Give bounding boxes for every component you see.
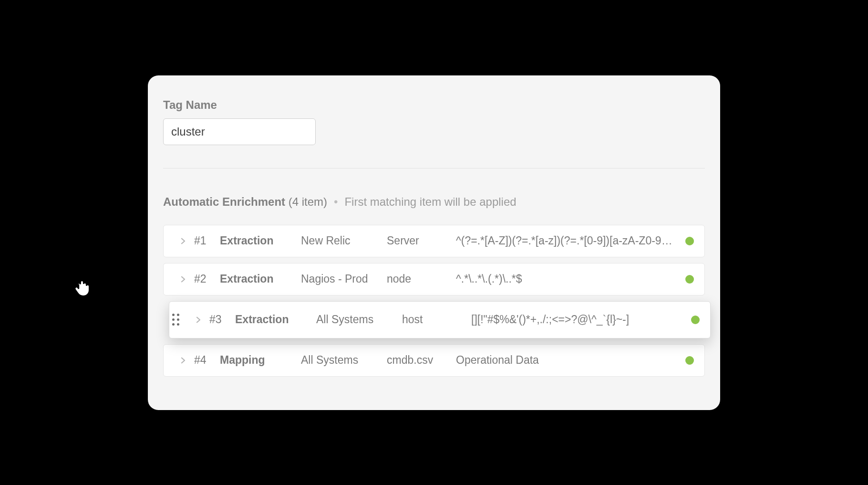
chevron-right-icon[interactable] xyxy=(172,237,194,245)
heading-title: Automatic Enrichment xyxy=(163,195,285,208)
row-source: Nagios - Prod xyxy=(301,273,387,285)
grab-cursor-icon xyxy=(70,272,96,299)
row-number: #2 xyxy=(194,273,220,285)
row-type: Mapping xyxy=(220,354,301,367)
enrichment-heading: Automatic Enrichment (4 item) • First ma… xyxy=(163,195,705,209)
chevron-right-icon[interactable] xyxy=(187,316,209,324)
status-dot-icon xyxy=(691,316,700,324)
row-number: #4 xyxy=(194,354,220,367)
status-dot-icon xyxy=(685,237,694,245)
heading-count: (4 item) xyxy=(289,195,327,208)
row-field: host xyxy=(402,313,471,326)
enrichment-row[interactable]: #2ExtractionNagios - Prodnode^.*\..*\.(.… xyxy=(163,263,705,295)
row-field: node xyxy=(387,273,456,285)
enrichment-row[interactable]: #1ExtractionNew RelicServer^(?=.*[A-Z])(… xyxy=(163,225,705,257)
heading-separator: • xyxy=(334,195,338,209)
row-field: Server xyxy=(387,234,456,247)
drag-handle-icon[interactable] xyxy=(172,314,180,326)
row-type: Extraction xyxy=(220,234,301,247)
tag-name-label: Tag Name xyxy=(163,98,705,112)
row-source: New Relic xyxy=(301,234,387,247)
row-source: All Systems xyxy=(301,354,387,367)
settings-panel: Tag Name Automatic Enrichment (4 item) •… xyxy=(148,75,720,410)
row-pattern: Operational Data xyxy=(456,354,675,367)
row-field: cmdb.csv xyxy=(387,354,456,367)
row-pattern: ^.*\..*\.(.*)\..*$ xyxy=(456,273,675,285)
enrichment-row[interactable]: #4MappingAll Systemscmdb.csvOperational … xyxy=(163,344,705,377)
enrichment-row[interactable]: #3ExtractionAll Systemshost[][!"#$%&'()*… xyxy=(169,301,711,338)
row-type: Extraction xyxy=(235,313,316,326)
chevron-right-icon[interactable] xyxy=(172,275,194,284)
row-number: #1 xyxy=(194,234,220,247)
row-pattern: [][!"#$%&'()*+,./:;<=>?@\^_`{l}~-] xyxy=(471,313,681,326)
chevron-right-icon[interactable] xyxy=(172,356,194,365)
status-dot-icon xyxy=(685,356,694,365)
heading-hint: First matching item will be applied xyxy=(344,195,516,209)
status-dot-icon xyxy=(685,275,694,284)
row-number: #3 xyxy=(209,313,235,326)
panel-inner: Tag Name Automatic Enrichment (4 item) •… xyxy=(148,98,720,377)
enrichment-list: #1ExtractionNew RelicServer^(?=.*[A-Z])(… xyxy=(163,225,705,377)
row-source: All Systems xyxy=(316,313,402,326)
row-pattern: ^(?=.*[A-Z])(?=.*[a-z])(?=.*[0-9])[a-zA-… xyxy=(456,234,675,247)
divider xyxy=(163,168,705,169)
row-type: Extraction xyxy=(220,273,301,285)
tag-name-input[interactable] xyxy=(163,118,316,145)
